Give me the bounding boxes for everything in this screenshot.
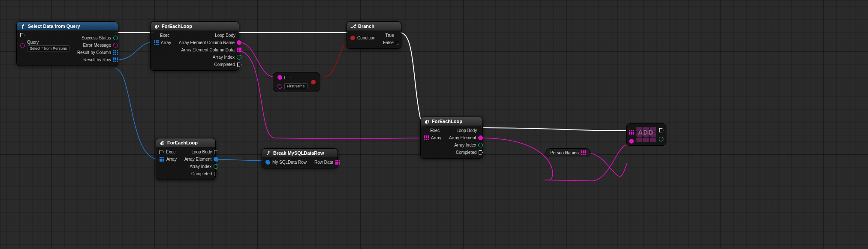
node-header: ⤴ Break MySQLDataRow — [262, 149, 338, 157]
equals-icon — [284, 76, 290, 79]
node-header: ◐ ForEachLoop — [151, 22, 239, 30]
pin-label: Query — [27, 40, 69, 45]
node-branch[interactable]: ⎇ Branch Condition True False — [347, 21, 401, 49]
item-in-pin[interactable] — [629, 139, 634, 144]
node-foreach-loop-2[interactable]: ◐ ForEachLoop Exec Array Loop Body Array… — [156, 138, 216, 180]
node-title: Branch — [358, 24, 374, 29]
exec-in-pin[interactable] — [20, 33, 24, 37]
index-out-pin[interactable] — [659, 137, 663, 141]
array-index-pin[interactable]: Array Index — [213, 55, 241, 60]
macro-icon: ◐ — [154, 24, 159, 29]
equals-value-input[interactable]: FirstName — [284, 83, 307, 89]
node-break-mysqldatarow[interactable]: ⤴ Break MySQLDataRow My SQLData Row Row … — [262, 148, 338, 168]
node-array-add[interactable]: ADD — [626, 123, 666, 146]
true-pin[interactable]: True — [386, 33, 400, 38]
loop-body-pin[interactable]: Loop Body — [215, 33, 241, 38]
col-name-pin[interactable]: Array Element Column Name — [179, 40, 241, 45]
add-label: ADD — [638, 129, 654, 136]
equals-a-pin[interactable] — [277, 75, 290, 80]
loop-body-pin[interactable]: Loop Body — [191, 150, 218, 154]
query-input-pin[interactable]: Query Select * from Persons — [20, 40, 69, 51]
node-title: ForEachLoop — [432, 119, 462, 124]
exec-in-pin[interactable]: Exec — [160, 150, 175, 154]
array-index-pin[interactable]: Array Index — [190, 164, 218, 169]
result-by-row-pin[interactable]: Result by Row — [84, 57, 118, 62]
macro-icon: ◐ — [424, 119, 429, 124]
exec-in-pin[interactable]: Exec — [424, 128, 440, 133]
array-out-port[interactable] — [581, 150, 586, 155]
node-header: ◐ ForEachLoop — [421, 117, 482, 126]
completed-pin[interactable]: Completed — [456, 150, 483, 155]
false-pin[interactable]: False — [383, 40, 400, 45]
node-title: ForEachLoop — [162, 24, 192, 29]
array-in-pin[interactable]: Array — [160, 157, 177, 162]
node-title: Select Data from Query — [28, 24, 80, 29]
condition-pin[interactable]: Condition — [350, 36, 375, 40]
query-value-input[interactable]: Select * from Persons — [27, 45, 69, 51]
result-by-column-pin[interactable]: Result by Column — [77, 50, 118, 55]
node-header: ⎇ Branch — [347, 22, 401, 30]
function-icon: ƒ — [20, 24, 25, 29]
node-title: Break MySQLDataRow — [273, 150, 324, 156]
array-element-pin[interactable]: Array Element — [449, 135, 483, 140]
array-in-pin[interactable]: Array — [154, 40, 171, 45]
completed-pin[interactable]: Completed — [191, 171, 218, 176]
node-equals[interactable]: FirstName — [273, 72, 320, 92]
variable-label: Person Names — [550, 150, 579, 155]
equals-out-pin[interactable] — [311, 80, 316, 84]
exec-in-pin[interactable]: Exec — [154, 33, 169, 38]
branch-icon: ⎇ — [350, 24, 356, 29]
success-status-pin[interactable]: Success Status — [81, 36, 118, 40]
node-select-data-from-query[interactable]: ƒ Select Data from Query Query Select * … — [16, 21, 118, 66]
array-index-pin[interactable]: Array Index — [454, 143, 483, 147]
break-icon: ⤴ — [265, 150, 271, 156]
exec-out-pin[interactable] — [659, 128, 663, 132]
equals-b-pin[interactable]: FirstName — [277, 83, 307, 89]
variable-person-names[interactable]: Person Names — [546, 148, 591, 157]
node-title: ForEachLoop — [167, 140, 198, 145]
macro-icon: ◐ — [160, 140, 165, 145]
node-header: ƒ Select Data from Query — [17, 22, 118, 30]
array-in-pin[interactable]: Array — [424, 135, 441, 140]
row-data-out-pin[interactable]: Row Data — [314, 160, 340, 165]
array-element-pin[interactable]: Array Element — [184, 157, 218, 162]
completed-pin[interactable]: Completed — [214, 62, 241, 67]
error-message-pin[interactable]: Error Message — [83, 43, 118, 48]
row-in-pin[interactable]: My SQLData Row — [265, 160, 307, 165]
array-in-pin[interactable] — [629, 130, 634, 135]
node-foreach-loop-3[interactable]: ◐ ForEachLoop Exec Array Loop Body Array… — [420, 117, 483, 159]
node-foreach-loop-1[interactable]: ◐ ForEachLoop Exec Array Loop Body Array… — [150, 21, 239, 71]
node-header: ◐ ForEachLoop — [156, 138, 215, 147]
col-data-pin[interactable]: Array Element Column Data — [181, 48, 241, 52]
loop-body-pin[interactable]: Loop Body — [456, 128, 483, 133]
